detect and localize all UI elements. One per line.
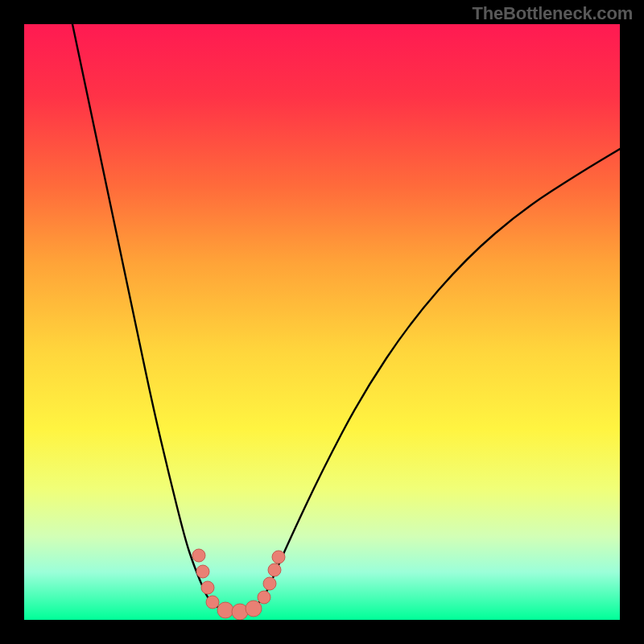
data-marker (206, 596, 219, 609)
chart-frame: TheBottleneck.com (0, 0, 644, 644)
marker-group (192, 549, 285, 620)
data-marker (263, 577, 276, 590)
data-marker (201, 581, 214, 594)
plot-area (24, 24, 620, 620)
left-curve (72, 24, 200, 580)
data-marker (246, 601, 262, 617)
right-curve (272, 149, 620, 580)
watermark-text: TheBottleneck.com (472, 3, 633, 24)
data-marker (192, 549, 205, 562)
data-marker (196, 565, 209, 578)
data-marker (258, 591, 270, 604)
data-marker (272, 551, 285, 564)
data-marker (217, 602, 233, 618)
data-marker (268, 564, 281, 576)
curve-layer (24, 24, 620, 620)
